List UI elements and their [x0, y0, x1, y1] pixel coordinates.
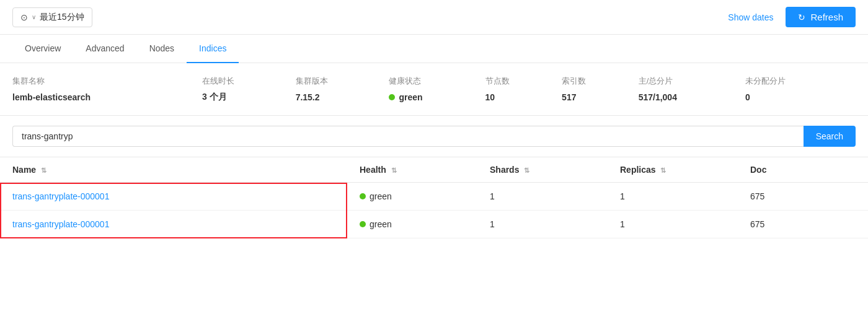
show-dates-button[interactable]: Show dates — [728, 12, 773, 22]
index-name-cell: trans-gantryplate-000001 — [0, 183, 347, 211]
row-health-text: green — [370, 219, 392, 229]
tab-nodes[interactable]: Nodes — [137, 35, 187, 63]
sort-shards-icon: ⇅ — [524, 167, 529, 175]
cluster-name-value: lemb-elasticsearch — [12, 89, 202, 105]
clock-icon: ⊙ — [20, 12, 28, 22]
col-header-name: 集群名称 — [12, 73, 202, 89]
index-docs-cell: 675 — [738, 211, 868, 238]
th-replicas[interactable]: Replicas ⇅ — [608, 157, 738, 183]
index-shards-cell: 1 — [477, 211, 608, 238]
tab-advanced[interactable]: Advanced — [73, 35, 136, 63]
cluster-unassigned-value: 0 — [745, 89, 856, 105]
search-section: Search — [0, 116, 868, 157]
tab-indices[interactable]: Indices — [187, 35, 239, 63]
sort-replicas-icon: ⇅ — [660, 167, 666, 175]
cluster-nodes-value: 10 — [485, 89, 562, 105]
index-link[interactable]: trans-gantryplate-000001 — [12, 191, 109, 201]
table-row: trans-gantryplate-000001green11675 — [0, 183, 868, 211]
th-health[interactable]: Health ⇅ — [347, 157, 477, 183]
index-link[interactable]: trans-gantryplate-000001 — [12, 219, 109, 229]
cluster-info-section: 集群名称 在线时长 集群版本 健康状态 节点数 索引数 主/总分片 未分配分片 … — [0, 63, 868, 116]
col-header-uptime: 在线时长 — [202, 73, 296, 89]
th-shards[interactable]: Shards ⇅ — [477, 157, 608, 183]
index-replicas-cell: 1 — [608, 183, 738, 211]
sort-health-icon: ⇅ — [391, 167, 397, 175]
row-health-text: green — [370, 191, 392, 201]
tab-bar: Overview Advanced Nodes Indices — [0, 35, 868, 63]
row-health-dot — [360, 221, 366, 227]
table-row: trans-gantryplate-000001green11675 — [0, 211, 868, 238]
cluster-indices-value: 517 — [562, 89, 639, 105]
indices-table: Name ⇅ Health ⇅ Shards ⇅ Replicas ⇅ Doc — [0, 157, 868, 238]
health-dot-green — [389, 94, 395, 100]
search-input[interactable] — [12, 126, 804, 147]
row-health-dot — [360, 193, 366, 199]
index-health-cell: green — [347, 211, 477, 238]
col-header-indices: 索引数 — [562, 73, 639, 89]
chevron-down-icon: ∨ — [32, 14, 36, 20]
refresh-icon: ↻ — [798, 12, 805, 22]
refresh-button[interactable]: ↻ Refresh — [786, 7, 856, 27]
health-text: green — [399, 92, 422, 102]
cluster-uptime-value: 3 个月 — [202, 89, 296, 105]
index-docs-cell: 675 — [738, 183, 868, 211]
index-name-cell: trans-gantryplate-000001 — [0, 211, 347, 238]
cluster-health-value: green — [389, 89, 485, 105]
time-selector[interactable]: ⊙ ∨ 最近15分钟 — [12, 7, 92, 27]
th-docs[interactable]: Doc — [738, 157, 868, 183]
col-header-health: 健康状态 — [389, 73, 485, 89]
cluster-table: 集群名称 在线时长 集群版本 健康状态 节点数 索引数 主/总分片 未分配分片 … — [12, 73, 856, 105]
index-shards-cell: 1 — [477, 183, 608, 211]
th-name[interactable]: Name ⇅ — [0, 157, 347, 183]
index-replicas-cell: 1 — [608, 211, 738, 238]
tab-overview[interactable]: Overview — [12, 35, 73, 63]
sort-name-icon: ⇅ — [41, 167, 46, 175]
refresh-label: Refresh — [810, 12, 843, 22]
col-header-version: 集群版本 — [296, 73, 389, 89]
indices-table-wrapper: Name ⇅ Health ⇅ Shards ⇅ Replicas ⇅ Doc — [0, 157, 868, 238]
search-button[interactable]: Search — [804, 126, 856, 147]
col-header-nodes: 节点数 — [485, 73, 562, 89]
col-header-unassigned: 未分配分片 — [745, 73, 856, 89]
index-health-cell: green — [347, 183, 477, 211]
cluster-shards-value: 517/1,004 — [639, 89, 745, 105]
time-range-label: 最近15分钟 — [40, 12, 84, 23]
top-bar: ⊙ ∨ 最近15分钟 Show dates ↻ Refresh — [0, 0, 868, 35]
cluster-version-value: 7.15.2 — [296, 89, 389, 105]
col-header-shards: 主/总分片 — [639, 73, 745, 89]
